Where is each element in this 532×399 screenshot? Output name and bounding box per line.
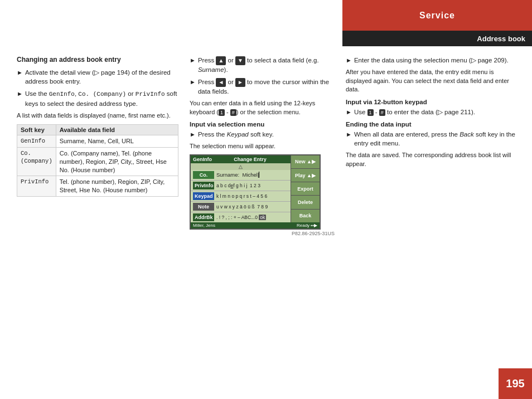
bullet-2: ► Use the GenInfo, Co. (Company) or Priv…	[17, 89, 178, 108]
main-content: Changing an address book entry ► Activat…	[17, 56, 515, 366]
softkey-new: New ▲▶	[291, 155, 320, 169]
right-note-1: After you have entered the data, the ent…	[346, 68, 515, 94]
screen-label-addrbk: AddrBk	[193, 213, 214, 221]
table-cell-value-3: Tel. (phone number), Region, ZIP, City, …	[56, 176, 178, 197]
subsection-input: Input via selection menu	[190, 121, 335, 128]
screen-row-note: Note u v w x y z ä ö ü ß 7 8 9	[191, 202, 291, 212]
mid-bullet-arrow-1: ►	[190, 56, 196, 74]
bullet-arrow-1: ►	[17, 69, 23, 86]
right-bullet-arrow-1: ►	[346, 56, 352, 65]
softkey-play: Play ▲▶	[291, 169, 320, 182]
left-column: Changing an address book entry ► Activat…	[17, 56, 178, 366]
bullet-text-2: Use the GenInfo, Co. (Company) or PrivIn…	[25, 89, 178, 108]
screen-content-note: u v w x y z ä ö ü ß 7 8 9	[216, 204, 268, 210]
note-1: A list with data fields is displayed (na…	[17, 111, 178, 120]
mid-bullet-text-1: Press ▲ or ▼ to select a data field (e.g…	[198, 56, 335, 74]
bullet-text-1: Activate the detail view (▷ page 194) of…	[25, 68, 178, 86]
table-row: GenInfo Surname, Name, Cell, URL	[17, 135, 178, 148]
mid-bullet-1: ► Press ▲ or ▼ to select a data field (e…	[190, 56, 335, 74]
right-bullet-arrow-3: ►	[346, 130, 352, 148]
right-bullet-arrow-2: ►	[346, 108, 352, 116]
subsection-ending: Ending the data input	[346, 121, 515, 128]
screen-content-keypad: k l m n o p q r s t – 4 5 6	[216, 193, 267, 199]
screen-footer-left: Miller, Jens	[193, 223, 215, 228]
screen-header-area: GenInfo Change Entry △ Co. Surname: Mich…	[191, 155, 291, 222]
table-header-datafield: Available data field	[56, 125, 178, 135]
mid-note-2: The selection menu will appear.	[190, 142, 335, 150]
screen-header-title: Change Entry	[212, 157, 288, 162]
table-cell-value-1: Surname, Name, Cell, URL	[56, 135, 178, 148]
right-bullet-text-2: Use 1 - # to enter the data (▷ page 211)…	[354, 108, 515, 116]
screen-label-keypad: Keypad	[193, 192, 214, 200]
screen-label-privinfo: PrivInfo	[193, 182, 214, 189]
page-number: 195	[499, 368, 532, 399]
middle-column: ► Press ▲ or ▼ to select a data field (e…	[190, 56, 335, 366]
screen-row-co: Co. Surname: Michel|	[191, 170, 291, 181]
right-bullet-1: ► Enter the data using the selection men…	[346, 56, 515, 65]
screen-content-addrbk: . ! ? , ; : + – ABC...0 ok	[216, 215, 266, 220]
mid-bullet-text-2: Press ◄ or ► to move the cursor within t…	[198, 77, 335, 96]
img-code: P82.86-2925-31US	[190, 231, 335, 236]
mid-note-1: You can enter data in a field using the …	[190, 99, 335, 116]
right-note-2: The data are saved. The corresponding ad…	[346, 151, 515, 168]
bullet-arrow-2: ►	[17, 90, 23, 108]
screen-content-co: Surname: Michel|	[216, 172, 259, 178]
table-cell-key-2: Co.(Company)	[17, 147, 56, 176]
right-bullet-2: ► Use 1 - # to enter the data (▷ page 21…	[346, 108, 515, 116]
service-header: Service	[342, 0, 532, 31]
softkey-export: Export	[291, 182, 320, 196]
right-bullet-3: ► When all data are entered, press the B…	[346, 130, 515, 148]
service-title: Service	[419, 11, 455, 21]
data-table: Soft key Available data field GenInfo Su…	[17, 124, 178, 197]
screen-label-note: Note	[193, 203, 214, 211]
screen-row-addrbk: AddrBk . ! ? , ; : + – ABC...0 ok	[191, 212, 291, 222]
table-cell-key-1: GenInfo	[17, 135, 56, 148]
mid-bullet-2: ► Press ◄ or ► to move the cursor within…	[190, 77, 335, 96]
mid-bullet-arrow-3: ►	[190, 130, 196, 139]
screen-footer: Miller, Jens Ready ▪▪▶	[191, 222, 320, 228]
screen-header-left: GenInfo	[193, 157, 212, 162]
screen-softkeys: New ▲▶ Play ▲▶ Export Delete Back	[291, 155, 320, 222]
right-bullet-text-1: Enter the data using the selection menu …	[354, 56, 515, 65]
address-book-title: Address book	[477, 35, 525, 43]
table-row: Co.(Company) Co. (Company name), Tel. (p…	[17, 147, 178, 176]
softkey-delete: Delete	[291, 196, 320, 209]
screen-header: GenInfo Change Entry	[191, 155, 291, 163]
address-book-header: Address book	[342, 31, 532, 46]
section-title: Changing an address book entry	[17, 56, 178, 64]
mid-bullet-arrow-2: ►	[190, 78, 196, 96]
right-bullet-text-3: When all data are entered, press the Bac…	[354, 130, 515, 148]
screen-content-privinfo: a b c def g h i j 1 2 3	[216, 183, 260, 188]
screen-header-row: GenInfo Change Entry △ Co. Surname: Mich…	[191, 155, 320, 222]
screen-label-co: Co.	[193, 171, 214, 179]
screen-mockup: GenInfo Change Entry △ Co. Surname: Mich…	[190, 154, 321, 230]
table-row: PrivInfo Tel. (phone number), Region, ZI…	[17, 176, 178, 197]
table-cell-value-2: Co. (Company name), Tel. (phone number),…	[56, 147, 178, 176]
table-header-softkey: Soft key	[17, 125, 56, 135]
screen-triangle: △	[191, 163, 291, 170]
right-column: ► Enter the data using the selection men…	[346, 56, 515, 366]
table-cell-key-3: PrivInfo	[17, 176, 56, 197]
screen-footer-right: Ready ▪▪▶	[297, 223, 317, 228]
mid-bullet-text-3: Press the Keypad soft key.	[198, 130, 335, 139]
screen-row-keypad: Keypad k l m n o p q r s t – 4 5 6	[191, 191, 291, 202]
subsection-12btn: Input via 12-button keypad	[346, 99, 515, 105]
screen-row-privinfo: PrivInfo a b c def g h i j 1 2 3	[191, 181, 291, 191]
softkey-back: Back	[291, 210, 320, 222]
mid-bullet-3: ► Press the Keypad soft key.	[190, 130, 335, 139]
bullet-1: ► Activate the detail view (▷ page 194) …	[17, 68, 178, 86]
